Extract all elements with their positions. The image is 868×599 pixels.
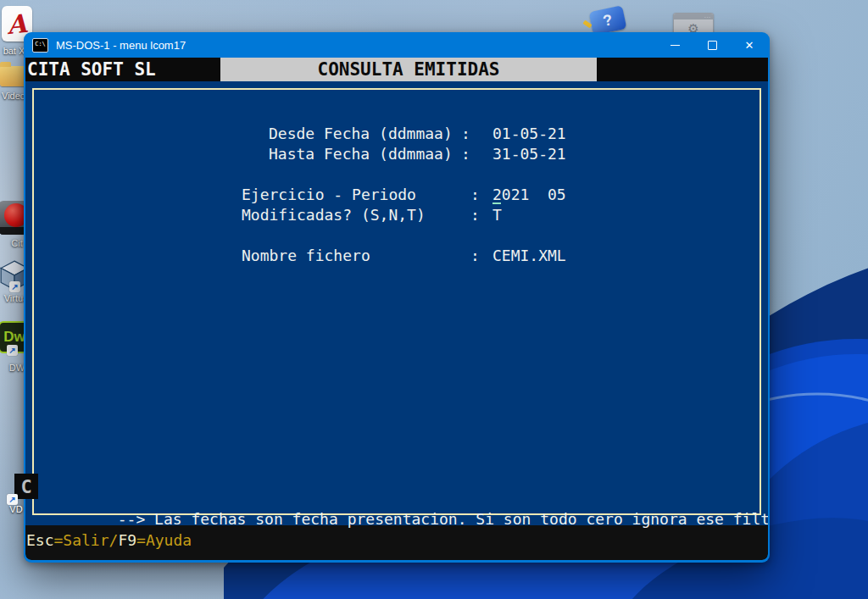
help-card-icon[interactable]: ?: [591, 8, 625, 32]
field-value[interactable]: T: [492, 205, 502, 225]
minimize-button[interactable]: [656, 32, 693, 58]
vdos-label: VD: [0, 504, 36, 514]
maximize-icon: [708, 41, 717, 50]
minimize-icon: [670, 45, 680, 46]
field-label: Ejercicio - Periodo: [242, 185, 416, 205]
field-label: Hasta Fecha (ddmmaa): [269, 144, 453, 164]
console-window-icon: C:\: [32, 38, 48, 53]
field-label: Modificadas? (S,N,T): [242, 205, 426, 225]
shortcut-arrow-icon: ↗: [9, 281, 20, 292]
header-filler: [597, 58, 768, 81]
field-value[interactable]: 31-05-21: [492, 144, 566, 164]
console-window[interactable]: C:\ MS-DOS-1 - menu lcom17 ✕ CITA SOFT S…: [24, 32, 770, 563]
field-value[interactable]: CEMI.XML: [492, 246, 566, 266]
text-cursor: [492, 202, 501, 204]
field-nombre-fichero: Nombre fichero : CEMI.XML: [242, 246, 315, 347]
screen-title: CONSULTA EMITIDAS: [220, 58, 597, 81]
vdos-icon[interactable]: C: [14, 474, 38, 499]
app-title: CITA SOFT SL: [25, 58, 220, 81]
console-body: Desde Fecha (ddmmaa) : 01-05-21 Hasta Fe…: [25, 81, 768, 525]
window-titlebar[interactable]: C:\ MS-DOS-1 - menu lcom17 ✕: [25, 32, 768, 58]
close-button[interactable]: ✕: [731, 32, 768, 58]
field-label: Nombre fichero: [242, 246, 370, 266]
window-title: MS-DOS-1 - menu lcom17: [56, 39, 186, 52]
note-line: --> Las fechas son fecha presentacion. S…: [44, 489, 768, 550]
console-header: CITA SOFT SL CONSULTA EMITIDAS: [25, 58, 768, 81]
field-value[interactable]: 2021 05: [492, 185, 566, 205]
shortcut-arrow-icon: ↗: [7, 345, 18, 356]
console-screen[interactable]: CITA SOFT SL CONSULTA EMITIDAS Desde Fec…: [25, 58, 768, 560]
field-label: Desde Fecha (ddmmaa): [269, 124, 453, 144]
field-value[interactable]: 01-05-21: [492, 124, 566, 144]
close-icon: ✕: [745, 40, 754, 51]
maximize-button[interactable]: [693, 32, 731, 58]
